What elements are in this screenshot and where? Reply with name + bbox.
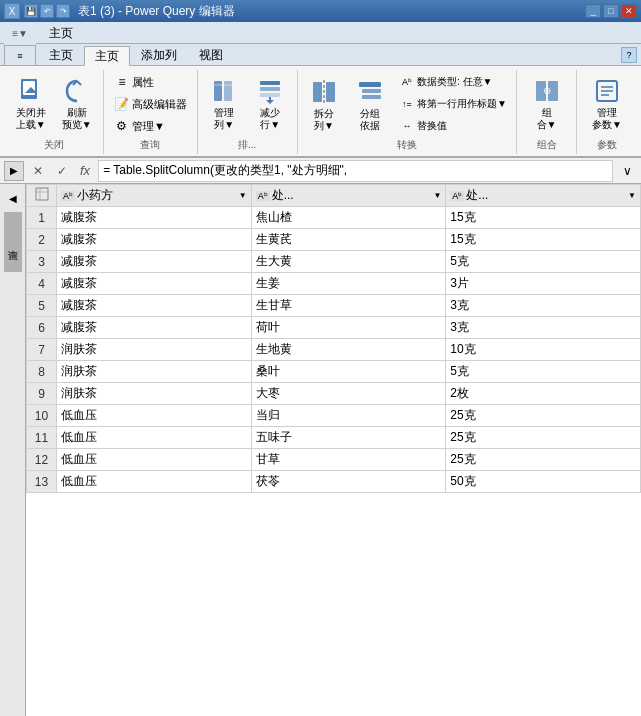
cell-idx: 4 — [27, 273, 57, 295]
title-bar: X 💾 ↶ ↷ 表1 (3) - Power Query 编辑器 _ □ ✕ — [0, 0, 641, 22]
formula-expand-right[interactable]: ∨ — [617, 161, 637, 181]
ribbon-tabs: ≡▼ 主页 主页 — [0, 22, 641, 44]
close-upload-button[interactable]: 关闭并上载▼ — [10, 72, 52, 134]
close-group-content: 关闭并上载▼ 刷新预览▼ — [10, 72, 98, 136]
svg-rect-7 — [260, 87, 280, 91]
col2-type-badge: Aᵇ — [450, 191, 464, 201]
close-button[interactable]: ✕ — [621, 4, 637, 18]
replace-val-icon: ↔ — [399, 118, 415, 134]
cell-col1: 五味子 — [251, 427, 446, 449]
combine-group-content: ⊕ 组合▼ — [526, 72, 568, 136]
table-row: 13 低血压 茯苓 50克 — [27, 471, 641, 493]
data-type-button[interactable]: Aᵇ 数据类型: 任意▼ — [395, 72, 511, 92]
cell-col1: 生大黄 — [251, 251, 446, 273]
manage-cols-button[interactable]: 管理列▼ — [203, 72, 245, 134]
ribbon-group-query: ≡ 属性 📝 高级编辑器 ⚙ 管理▼ 查询 — [104, 70, 197, 154]
cell-col2: 25克 — [446, 427, 641, 449]
th-col2[interactable]: Aᵇ 处... ▼ — [446, 185, 641, 207]
split-col-button[interactable]: 拆分列▼ — [303, 73, 345, 135]
cell-col0: 润肤茶 — [57, 339, 252, 361]
app-icon: X — [4, 3, 20, 19]
queries-panel-label[interactable]: 查询 — [4, 212, 22, 272]
tab-home[interactable]: 主页 — [38, 45, 84, 65]
col0-dropdown-icon[interactable]: ▼ — [239, 191, 247, 200]
cell-col2: 2枚 — [446, 383, 641, 405]
split-col-label: 拆分列▼ — [314, 108, 334, 132]
tab-view[interactable]: 视图 — [188, 45, 234, 65]
table-row: 12 低血压 甘草 25克 — [27, 449, 641, 471]
svg-rect-3 — [214, 81, 222, 101]
minimize-button[interactable]: _ — [585, 4, 601, 18]
first-row-button[interactable]: ↑= 将第一行用作标题▼ — [395, 94, 511, 114]
col2-dropdown-icon[interactable]: ▼ — [628, 191, 636, 200]
tab-transform[interactable]: 主页 — [84, 46, 130, 66]
th-col1[interactable]: Aᵇ 处... ▼ — [251, 185, 446, 207]
data-area[interactable]: Aᵇ 小药方 ▼ Aᵇ 处... ▼ — [26, 184, 641, 716]
replace-val-button[interactable]: ↔ 替换值 — [395, 116, 511, 136]
cell-col2: 3克 — [446, 317, 641, 339]
reduce-rows-label: 减少行▼ — [260, 107, 280, 131]
cell-col2: 5克 — [446, 361, 641, 383]
group-by-button[interactable]: 分组依据 — [349, 73, 391, 135]
formula-expand-left[interactable]: ▶ — [4, 161, 24, 181]
cell-idx: 2 — [27, 229, 57, 251]
manage-params-button[interactable]: 管理参数▼ — [586, 72, 628, 134]
combine-button[interactable]: ⊕ 组合▼ — [526, 72, 568, 134]
table-row: 2 减腹茶 生黄芪 15克 — [27, 229, 641, 251]
tab-home[interactable]: 主页 — [36, 23, 86, 43]
close-upload-icon — [15, 75, 47, 107]
advanced-editor-button[interactable]: 📝 高级编辑器 — [110, 94, 191, 114]
svg-rect-14 — [359, 82, 381, 87]
arrange-group-content: 管理列▼ 减少行▼ — [203, 72, 291, 136]
cell-col2: 15克 — [446, 229, 641, 251]
properties-label: 属性 — [132, 75, 154, 90]
ribbon-collapse[interactable]: ≡▼ — [4, 22, 36, 44]
col1-dropdown-icon[interactable]: ▼ — [433, 191, 441, 200]
formula-fx-label: fx — [76, 163, 94, 178]
maximize-button[interactable]: □ — [603, 4, 619, 18]
cell-col1: 生姜 — [251, 273, 446, 295]
quick-access-save[interactable]: 💾 — [24, 4, 38, 18]
close-upload-label: 关闭并上载▼ — [16, 107, 46, 131]
table-row: 7 润肤茶 生地黄 10克 — [27, 339, 641, 361]
th-formula[interactable]: Aᵇ 小药方 ▼ — [57, 185, 252, 207]
combine-icon: ⊕ — [531, 75, 563, 107]
first-row-icon: ↑= — [399, 96, 415, 112]
title-bar-controls[interactable]: _ □ ✕ — [585, 4, 637, 18]
group-by-icon — [354, 76, 386, 108]
group-by-label: 分组依据 — [360, 108, 380, 132]
formula-cancel-button[interactable]: ✕ — [28, 161, 48, 181]
cell-col2: 10克 — [446, 339, 641, 361]
reduce-rows-button[interactable]: 减少行▼ — [249, 72, 291, 134]
cell-col0: 减腹茶 — [57, 207, 252, 229]
refresh-button[interactable]: 刷新预览▼ — [56, 72, 98, 134]
cell-col2: 15克 — [446, 207, 641, 229]
ribbon-tab-row: ≡ 主页 主页 添加列 视图 ? — [0, 44, 641, 66]
title-bar-left: X 💾 ↶ ↷ 表1 (3) - Power Query 编辑器 — [4, 3, 235, 20]
svg-rect-24 — [36, 188, 48, 200]
table-row: 8 润肤茶 桑叶 5克 — [27, 361, 641, 383]
left-panel-collapse[interactable]: ◀ — [3, 188, 23, 208]
advanced-editor-label: 高级编辑器 — [132, 97, 187, 112]
formula-bar: ▶ ✕ ✓ fx = Table.SplitColumn(更改的类型1, "处方… — [0, 158, 641, 184]
formula-confirm-button[interactable]: ✓ — [52, 161, 72, 181]
quick-access-undo[interactable]: ↶ — [40, 4, 54, 18]
query-small-buttons: ≡ 属性 📝 高级编辑器 ⚙ 管理▼ — [110, 72, 191, 136]
quick-access-redo[interactable]: ↷ — [56, 4, 70, 18]
properties-icon: ≡ — [114, 74, 130, 90]
th-index — [27, 185, 57, 207]
ribbon-group-params: 管理参数▼ 参数 — [577, 70, 637, 154]
formula-input[interactable]: = Table.SplitColumn(更改的类型1, "处方明细", — [98, 160, 613, 182]
manage-button[interactable]: ⚙ 管理▼ — [110, 116, 191, 136]
transform-group-label: 转换 — [397, 138, 417, 152]
table-row: 10 低血压 当归 25克 — [27, 405, 641, 427]
ribbon-menu-btn[interactable]: ≡ — [4, 45, 36, 65]
table-row: 6 减腹茶 荷叶 3克 — [27, 317, 641, 339]
tab-addcol[interactable]: 添加列 — [130, 45, 188, 65]
properties-button[interactable]: ≡ 属性 — [110, 72, 191, 92]
cell-col2: 3片 — [446, 273, 641, 295]
cell-idx: 10 — [27, 405, 57, 427]
help-icon[interactable]: ? — [621, 47, 637, 63]
manage-label: 管理▼ — [132, 119, 165, 134]
cell-col0: 低血压 — [57, 471, 252, 493]
